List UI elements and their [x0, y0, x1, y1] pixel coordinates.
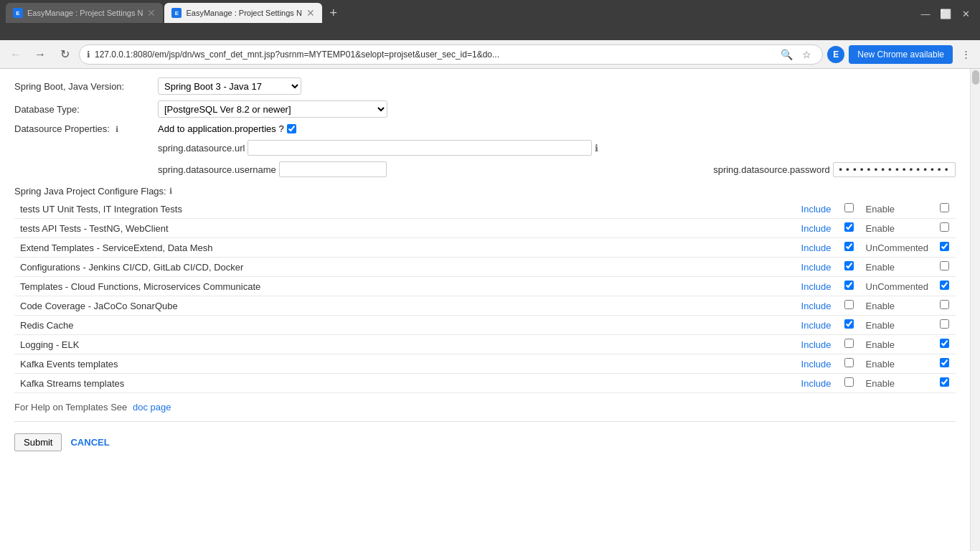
flag-name-3: Configurations - Jenkins CI/CD, GitLab C… — [14, 258, 796, 277]
flag-enable-checkbox-0[interactable] — [934, 199, 956, 219]
flag-enable-checkbox-5[interactable] — [934, 296, 956, 316]
help-row: For Help on Templates See doc page — [14, 402, 956, 413]
flag-include-checkbox-3[interactable] — [839, 258, 860, 277]
flag-include-cb-8[interactable] — [844, 358, 854, 367]
flag-enable-cb-5[interactable] — [940, 300, 949, 309]
datasource-info-icon[interactable]: ℹ — [116, 125, 118, 133]
flag-enable-checkbox-4[interactable] — [934, 277, 956, 296]
flag-include-2[interactable]: Include — [796, 238, 839, 258]
flag-enable-0: Enable — [860, 199, 934, 219]
configure-flags-info-icon[interactable]: ℹ — [169, 187, 172, 196]
flag-include-8[interactable]: Include — [796, 354, 839, 374]
flag-include-checkbox-7[interactable] — [839, 335, 860, 354]
flag-include-6[interactable]: Include — [796, 316, 839, 335]
flag-include-checkbox-0[interactable] — [839, 199, 860, 219]
flag-include-cb-1[interactable] — [844, 222, 854, 232]
flag-include-3[interactable]: Include — [796, 258, 839, 277]
flag-include-checkbox-8[interactable] — [839, 354, 860, 374]
flag-include-cb-3[interactable] — [844, 261, 854, 270]
flag-include-0[interactable]: Include — [796, 199, 839, 219]
datasource-username-input[interactable] — [279, 161, 387, 177]
flag-enable-9: Enable — [860, 374, 934, 393]
flags-table-row: Configurations - Jenkins CI/CD, GitLab C… — [14, 258, 956, 277]
tab-close-2[interactable]: ✕ — [306, 7, 315, 19]
flag-include-cb-6[interactable] — [844, 319, 854, 329]
flag-include-checkbox-5[interactable] — [839, 296, 860, 316]
browser-chrome: E EasyManage : Project Settings N ✕ E Ea… — [0, 0, 980, 40]
database-type-select[interactable]: [PostgreSQL Ver 8.2 or newer] [MySQL Ver… — [158, 100, 387, 118]
scrollbar-thumb[interactable] — [972, 70, 979, 85]
flag-include-cb-7[interactable] — [844, 339, 854, 348]
flag-include-cb-0[interactable] — [844, 203, 854, 212]
submit-button[interactable]: Submit — [14, 433, 62, 451]
datasource-url-input[interactable] — [248, 140, 592, 156]
flag-enable-checkbox-2[interactable] — [934, 238, 956, 258]
datasource-url-info-icon[interactable]: ℹ — [595, 143, 598, 154]
spring-boot-select[interactable]: Spring Boot 3 - Java 17 Spring Boot 2 - … — [158, 77, 301, 95]
flag-enable-cb-0[interactable] — [940, 203, 949, 212]
browser-tabs: E EasyManage : Project Settings N ✕ E Ea… — [0, 0, 980, 23]
datasource-username-key: spring.datasource.username — [158, 164, 276, 175]
flag-include-9[interactable]: Include — [796, 374, 839, 393]
datasource-checkbox[interactable] — [287, 124, 296, 133]
browser-tab-2[interactable]: E EasyManage : Project Settings N ✕ — [164, 3, 321, 23]
flag-include-checkbox-1[interactable] — [839, 219, 860, 238]
flag-include-cb-2[interactable] — [844, 242, 854, 251]
help-doc-link[interactable]: doc page — [133, 402, 171, 413]
flag-enable-cb-6[interactable] — [940, 319, 949, 329]
datasource-checkbox-row: Add to application.properties ? — [158, 123, 296, 134]
flag-enable-checkbox-9[interactable] — [934, 374, 956, 393]
flag-enable-6: Enable — [860, 316, 934, 335]
search-icon[interactable]: 🔍 — [778, 46, 795, 63]
forward-button[interactable]: → — [30, 44, 50, 65]
action-row: Submit CANCEL — [14, 433, 956, 451]
vertical-scrollbar[interactable] — [970, 69, 980, 551]
flag-enable-cb-3[interactable] — [940, 261, 949, 270]
flag-name-9: Kafka Streams templates — [14, 374, 796, 393]
flag-include-5[interactable]: Include — [796, 296, 839, 316]
flag-enable-cb-4[interactable] — [940, 281, 949, 290]
flag-include-checkbox-9[interactable] — [839, 374, 860, 393]
password-section: spring.datasource.password •••••••••••••… — [713, 162, 956, 177]
user-avatar[interactable]: E — [827, 46, 844, 63]
reload-button[interactable]: ↻ — [55, 44, 75, 65]
spring-boot-row: Spring Boot, Java Version: Spring Boot 3… — [14, 77, 956, 95]
page-wrapper: Spring Boot, Java Version: Spring Boot 3… — [0, 69, 980, 551]
cancel-link[interactable]: CANCEL — [70, 437, 109, 448]
flag-enable-checkbox-6[interactable] — [934, 316, 956, 335]
flag-name-2: Extend Templates - ServiceExtend, Data M… — [14, 238, 796, 258]
flag-include-cb-4[interactable] — [844, 281, 854, 290]
minimize-button[interactable]: — — [917, 7, 934, 20]
flag-include-checkbox-4[interactable] — [839, 277, 860, 296]
flag-enable-4: UnCommented — [860, 277, 934, 296]
tab-close-1[interactable]: ✕ — [147, 7, 156, 19]
address-bar[interactable]: ℹ 127.0.0.1:8080/em/jsp/dn/ws_conf_det_m… — [79, 44, 823, 65]
flag-enable-cb-8[interactable] — [940, 358, 949, 367]
flag-include-1[interactable]: Include — [796, 219, 839, 238]
browser-tab-1[interactable]: E EasyManage : Project Settings N ✕ — [6, 3, 163, 23]
configure-flags-title-row: Spring Java Project Configure Flags: ℹ — [14, 186, 956, 197]
flag-enable-cb-2[interactable] — [940, 242, 949, 251]
chrome-menu-button[interactable]: ⋮ — [957, 46, 974, 63]
back-button[interactable]: ← — [6, 44, 26, 65]
flag-name-8: Kafka Events templates — [14, 354, 796, 374]
flag-include-7[interactable]: Include — [796, 335, 839, 354]
flag-include-checkbox-6[interactable] — [839, 316, 860, 335]
flag-enable-checkbox-1[interactable] — [934, 219, 956, 238]
flag-enable-checkbox-7[interactable] — [934, 335, 956, 354]
flag-include-checkbox-2[interactable] — [839, 238, 860, 258]
new-chrome-button[interactable]: New Chrome available — [849, 45, 953, 64]
close-button[interactable]: ✕ — [957, 7, 974, 20]
flag-enable-cb-9[interactable] — [940, 377, 949, 387]
new-tab-button[interactable]: + — [324, 3, 344, 23]
flag-include-4[interactable]: Include — [796, 277, 839, 296]
flag-enable-cb-1[interactable] — [940, 222, 949, 232]
flag-include-cb-9[interactable] — [844, 377, 854, 387]
flag-include-cb-5[interactable] — [844, 300, 854, 309]
flag-enable-cb-7[interactable] — [940, 339, 949, 348]
flags-table-row: Redis CacheIncludeEnable — [14, 316, 956, 335]
bookmark-icon[interactable]: ☆ — [798, 46, 815, 63]
flag-enable-checkbox-3[interactable] — [934, 258, 956, 277]
flag-enable-checkbox-8[interactable] — [934, 354, 956, 374]
maximize-button[interactable]: ⬜ — [937, 7, 954, 20]
